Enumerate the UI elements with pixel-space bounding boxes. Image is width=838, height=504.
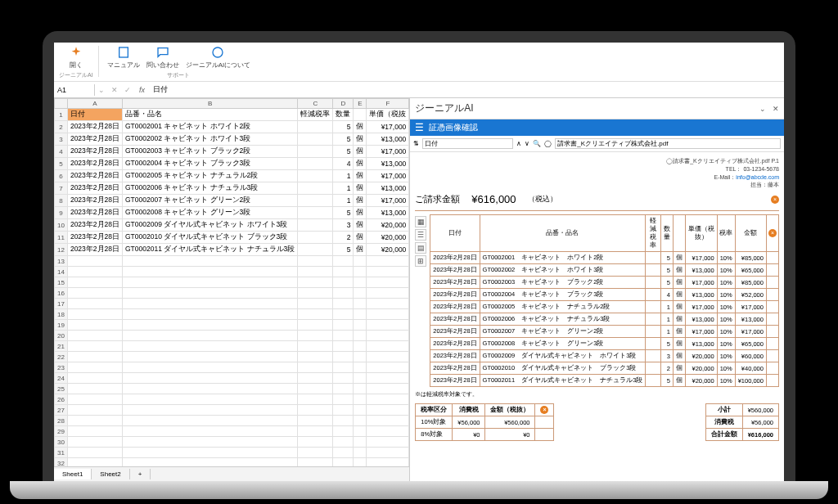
table-row[interactable]: 2023年2月28日GT0002010 ダイヤル式キャビネット ブラック3段2個… xyxy=(430,362,779,375)
sheet-tabs: Sheet1 Sheet2 + xyxy=(54,466,409,481)
invoice-amount: ¥616,000 xyxy=(471,193,516,205)
table-row[interactable]: 32 xyxy=(55,458,409,467)
table-row[interactable]: 42023年2月28日GT0002003 キャビネット ブラック2段5個¥17,… xyxy=(55,146,409,158)
total-summary-table: 小計¥560,000 消費税¥56,000 合計金額¥616,000 xyxy=(705,403,779,441)
table-row[interactable]: 82023年2月28日GT0002007 キャビネット グリーン2段1個¥17,… xyxy=(55,195,409,207)
table-row[interactable]: 22023年2月28日GT0002001 キャビネット ホワイト2段5個¥17,… xyxy=(55,121,409,133)
table-row[interactable]: 27 xyxy=(55,405,409,416)
table-row[interactable]: 23 xyxy=(55,362,409,373)
sparkle-icon xyxy=(70,46,83,59)
table-row[interactable]: 25 xyxy=(55,384,409,394)
reduced-tax-note: ※は軽減税率対象です。 xyxy=(415,387,779,402)
table-row[interactable]: 102023年2月28日GT0002009 ダイヤル式キャビネット ホワイト3段… xyxy=(55,219,409,232)
tool-icon[interactable]: ☰ xyxy=(415,229,426,241)
ribbon-toolbar: 開く ジーニアルAI マニュアル 問い合わせ ジーニアルAIについて サポート xyxy=(54,43,784,82)
chat-icon xyxy=(156,46,169,59)
formula-input[interactable]: 日付 xyxy=(150,83,784,97)
next-icon[interactable]: ∨ xyxy=(525,140,529,147)
radio-icon[interactable]: ◯ xyxy=(544,140,552,147)
svg-rect-0 xyxy=(119,47,128,57)
table-row[interactable]: 14 xyxy=(55,267,409,277)
sheet-tab[interactable]: Sheet1 xyxy=(54,469,92,479)
table-row[interactable]: 19 xyxy=(55,320,409,331)
panel-bar-title: 証憑画像確認 xyxy=(429,122,478,133)
filter-icon[interactable]: ⇅ xyxy=(413,140,419,147)
table-row[interactable]: 24 xyxy=(55,373,409,384)
table-row[interactable]: 21 xyxy=(55,341,409,352)
tool-icon[interactable]: ▦ xyxy=(415,216,426,227)
prev-icon[interactable]: ∧ xyxy=(516,140,521,147)
invoice-total-row: ご請求金額 ¥616,000 （税込） × xyxy=(415,191,779,211)
name-box[interactable]: A1 xyxy=(54,84,95,96)
panel-blue-bar: ☰ 証憑画像確認 xyxy=(410,119,784,136)
table-row[interactable]: 15 xyxy=(55,277,409,288)
document-table: 日付品番・品名軽減税率数量単価（税抜）税率金額× 2023年2月28日GT000… xyxy=(430,214,779,387)
table-row[interactable]: 2023年2月28日GT0002009 ダイヤル式キャビネット ホワイト3段3個… xyxy=(430,350,779,362)
tax-summary-table: 税率区分消費税金額（税抜）× 10%対象¥56,000¥560,000 8%対象… xyxy=(415,403,554,441)
panel-tools: ⇅ ∧ ∨ 🔍 ◯ xyxy=(410,136,784,152)
table-row[interactable]: 20 xyxy=(55,331,409,341)
table-row[interactable]: 31 xyxy=(55,448,409,458)
table-row[interactable]: 30 xyxy=(55,437,409,448)
table-row[interactable]: 22 xyxy=(55,352,409,362)
table-row[interactable]: 62023年2月28日GT0002005 キャビネット ナチュラル2段1個¥17… xyxy=(55,170,409,182)
panel-title: ジーニアルAI xyxy=(415,101,473,115)
email-link[interactable]: info@abcde.com xyxy=(736,174,779,180)
table-row[interactable]: 122023年2月28日GT0002011 ダイヤル式キャビネット ナチュラル3… xyxy=(55,244,409,256)
add-sheet-button[interactable]: + xyxy=(130,469,151,479)
ribbon-group-label: ジーニアルAI xyxy=(59,71,93,79)
fx-label[interactable]: fx xyxy=(134,86,150,94)
sheet-tab[interactable]: Sheet2 xyxy=(92,469,129,479)
book-icon xyxy=(117,46,130,59)
table-row[interactable]: 2023年2月28日GT0002001 キャビネット ホワイト2段5個¥17,0… xyxy=(430,252,779,264)
ribbon-open-button[interactable]: 開く xyxy=(66,46,86,70)
spreadsheet-area: A B C D E F 1日付品番・品名軽減税率数量単価（税抜22023年2月2… xyxy=(54,98,410,481)
badge-icon[interactable]: × xyxy=(771,196,779,204)
table-row[interactable]: 52023年2月28日GT0002004 キャビネット ブラック3段4個¥13,… xyxy=(55,158,409,170)
table-row[interactable]: 72023年2月28日GT0002006 キャビネット ナチュラル3段1個¥13… xyxy=(55,182,409,195)
table-row[interactable]: 13 xyxy=(55,256,409,267)
table-row[interactable]: 2023年2月28日GT0002007 キャビネット グリーン2段1個¥17,0… xyxy=(430,326,779,338)
fb-dropdown-icon[interactable]: ⌄ xyxy=(95,86,108,94)
spreadsheet-grid[interactable]: A B C D E F 1日付品番・品名軽減税率数量単価（税抜22023年2月2… xyxy=(54,98,409,466)
table-row[interactable]: 16 xyxy=(55,288,409,299)
table-row[interactable]: 2023年2月28日GT0002004 キャビネット ブラック3段4個¥13,0… xyxy=(430,289,779,301)
close-icon[interactable]: ✕ xyxy=(773,105,779,113)
ribbon-inquiry-button[interactable]: 問い合わせ xyxy=(143,46,182,70)
table-row[interactable]: 92023年2月28日GT0002008 キャビネット グリーン3段5個¥13,… xyxy=(55,207,409,219)
tool-icon[interactable]: ⊞ xyxy=(415,255,426,267)
tool-icon[interactable]: ▤ xyxy=(415,242,426,254)
info-icon xyxy=(211,46,224,59)
search-input[interactable] xyxy=(422,138,513,149)
hamburger-icon[interactable]: ☰ xyxy=(415,122,424,133)
table-row[interactable]: 2023年2月28日GT0002008 キャビネット グリーン3段5個¥13,0… xyxy=(430,338,779,350)
ribbon-group-label: サポート xyxy=(167,71,190,79)
table-row[interactable]: 1日付品番・品名軽減税率数量単価（税抜 xyxy=(55,109,409,121)
formula-bar: A1 ⌄ ✕ ✓ fx 日付 xyxy=(54,82,784,98)
table-row[interactable]: 2023年2月28日GT0002002 キャビネット ホワイト3段5個¥13,0… xyxy=(430,264,779,277)
file-name-field[interactable] xyxy=(555,138,781,149)
svg-point-1 xyxy=(213,47,223,57)
table-row[interactable]: 2023年2月28日GT0002005 キャビネット ナチュラル2段1個¥17,… xyxy=(430,301,779,313)
ai-panel: ジーニアルAI ⌄ ✕ ☰ 証憑画像確認 ⇅ ∧ ∨ 🔍 ◯ ◯請求書_Kクリエ… xyxy=(410,98,784,481)
table-row[interactable]: 2023年2月28日GT0002006 キャビネット ナチュラル3段1個¥13,… xyxy=(430,313,779,326)
table-row[interactable]: 18 xyxy=(55,309,409,320)
panel-dropdown-icon[interactable]: ⌄ xyxy=(759,105,766,113)
table-row[interactable]: 26 xyxy=(55,394,409,405)
table-row[interactable]: 112023年2月28日GT0002010 ダイヤル式キャビネット ブラック3段… xyxy=(55,232,409,244)
ribbon-manual-button[interactable]: マニュアル xyxy=(104,46,143,70)
table-row[interactable]: 17 xyxy=(55,299,409,309)
table-row[interactable]: 2023年2月28日GT0002011 ダイヤル式キャビネット ナチュラル3段5… xyxy=(430,375,779,387)
ribbon-about-button[interactable]: ジーニアルAIについて xyxy=(182,46,255,70)
table-row[interactable]: 32023年2月28日GT0002002 キャビネット ホワイト3段5個¥13,… xyxy=(55,133,409,146)
table-row[interactable]: 2023年2月28日GT0002003 キャビネット ブラック2段5個¥17,0… xyxy=(430,277,779,289)
table-row[interactable]: 28 xyxy=(55,416,409,426)
doc-info: ◯請求書_Kクリエイティブ株式会社.pdf P.1 TEL： 03-1234-5… xyxy=(666,157,779,189)
table-row[interactable]: 29 xyxy=(55,426,409,437)
search-icon[interactable]: 🔍 xyxy=(533,140,541,147)
